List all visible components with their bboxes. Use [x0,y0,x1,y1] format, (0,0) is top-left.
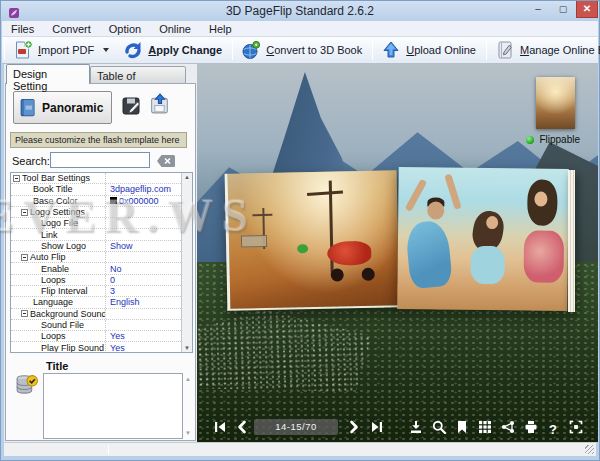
title-textarea[interactable] [43,373,183,439]
dropdown-caret-icon[interactable] [103,48,109,52]
settings-value-cell[interactable]: 0x000000 [106,196,181,206]
nav-help-icon[interactable]: ? [549,420,563,434]
figure-face-shape [427,201,444,219]
settings-value: No [110,264,122,274]
figure-arm-shape [404,179,426,212]
settings-value-cell[interactable]: Show [106,241,181,251]
collapse-box-icon[interactable] [21,209,28,216]
nav-download-icon[interactable] [409,420,423,434]
flipbook[interactable] [224,167,574,315]
window-title: 3D PageFlip Standard 2.6.2 [1,4,599,18]
settings-label: Base Color [33,196,78,206]
nav-bookmark-icon[interactable] [455,420,469,434]
settings-row-background-sound[interactable]: Background Sound [11,309,181,320]
collapse-box-icon[interactable] [13,175,20,182]
tab-table-of-contents[interactable]: Table of Contents [90,66,186,84]
status-bar-divider [108,445,109,454]
color-swatch [110,197,117,204]
figure-dress-shape [523,231,564,283]
nav-last-page-icon[interactable] [370,420,384,434]
settings-row-play-flip-sound[interactable]: Play Flip SoundYes [11,342,181,352]
textarea-scroll-up-icon[interactable]: ▲ [185,376,191,382]
search-input[interactable] [50,152,150,168]
toolbar-separator [486,40,487,60]
help-question-mark: ? [549,422,557,437]
menu-item-online[interactable]: Online [150,23,200,35]
save-edit-icon[interactable] [121,96,141,116]
toolbar-import-pdf-button[interactable]: Import PDF [7,38,117,62]
template-panoramic-button[interactable]: Panoramic [13,91,112,124]
nav-print-icon[interactable] [524,420,538,434]
book-left-page[interactable] [225,170,400,311]
settings-label: Book Title [33,184,73,194]
settings-row-auto-flip[interactable]: Auto Flip [11,252,181,263]
clear-icon[interactable] [156,154,176,168]
toolbar-manage-online-books-button[interactable]: Manage Online Books [489,38,600,62]
nav-next-page-icon[interactable] [347,420,361,434]
book-right-page[interactable] [397,167,568,311]
menu-item-files[interactable]: Files [2,23,43,35]
settings-row-tool-bar-settings[interactable]: Tool Bar Settings [11,173,181,184]
nav-share-icon[interactable] [501,420,515,434]
nav-zoom-search-icon[interactable] [432,420,446,434]
settings-value: Yes [110,331,125,341]
toolbar-upload-online-button[interactable]: Upload Online [375,38,484,62]
nav-first-page-icon[interactable] [213,420,227,434]
textarea-scroll-down-icon[interactable]: ▼ [185,430,191,436]
minimize-button[interactable]: – [529,1,547,18]
settings-label-cell: Flip Interval [11,286,106,296]
nav-prev-page-icon[interactable] [235,420,249,434]
tab-design-setting[interactable]: Design Setting [6,64,90,84]
menu-bar: FilesConvertOptionOnlineHelp [2,21,598,37]
settings-label-cell: Enable [11,263,106,273]
settings-row-loops[interactable]: Loops0 [11,275,181,286]
settings-row-show-logo[interactable]: Show LogoShow [11,241,181,252]
settings-row-logo-file[interactable]: Logo File [11,218,181,229]
toolbar-separator [372,40,373,60]
collapse-box-icon[interactable] [21,310,28,317]
scroll-up-icon[interactable]: ▲ [184,174,190,180]
menu-item-convert[interactable]: Convert [43,23,100,35]
nav-fullscreen-icon[interactable] [569,420,583,434]
settings-value-cell[interactable]: Yes [106,331,181,341]
settings-label: Sound File [41,320,84,330]
settings-value-cell[interactable]: 3 [106,286,181,296]
settings-value-cell[interactable]: No [106,264,181,274]
settings-row-sound-file[interactable]: Sound File [11,320,181,331]
settings-row-link[interactable]: Link [11,229,181,240]
save-export-icon[interactable] [148,93,172,116]
settings-row-enable[interactable]: EnableNo [11,263,181,274]
page-thumbnail[interactable] [536,77,575,129]
settings-row-flip-interval[interactable]: Flip Interval3 [11,286,181,297]
settings-label-cell: Loops [11,331,106,341]
close-button[interactable]: ✕ [576,1,598,18]
resize-grip[interactable] [585,445,594,454]
settings-scrollbar[interactable]: ▲ ▼ [181,173,192,352]
settings-row-base-color[interactable]: Base Color0x000000 [11,196,181,207]
page-indicator[interactable]: 14-15/70 [254,419,338,435]
settings-row-logo-settings[interactable]: Logo Settings [11,207,181,218]
maximize-button[interactable]: ▢ [554,1,572,18]
settings-label: Auto Flip [30,252,66,262]
settings-row-loops[interactable]: LoopsYes [11,331,181,342]
scroll-down-icon[interactable]: ▼ [184,345,190,351]
settings-row-book-title[interactable]: Book Title3dpageflip.com [11,184,181,195]
collapse-box-icon[interactable] [21,254,28,261]
menu-item-option[interactable]: Option [100,23,150,35]
settings-row-language[interactable]: LanguageEnglish [11,297,181,308]
settings-value-cell[interactable]: 3dpageflip.com [106,184,181,194]
status-label: Flippable [539,134,580,145]
toolbar-convert-to-3d-book-button[interactable]: Convert to 3D Book [235,38,370,62]
toolbar-apply-change-button[interactable]: Apply Change [117,38,230,62]
settings-value-cell[interactable]: English [106,297,181,307]
settings-value-cell[interactable]: Yes [106,343,181,352]
menu-item-help[interactable]: Help [200,23,241,35]
design-setting-panel: Panoramic Please customize the flash tem… [5,83,196,441]
search-label: Search: [12,155,50,167]
app-window: 3D PageFlip Standard 2.6.2 – ▢ ✕ FilesCo… [0,0,600,461]
telephone-pole-crossbar-shape [307,191,343,197]
page-stack-edge [568,170,575,312]
settings-value-cell[interactable]: 0 [106,275,181,285]
upload-arrow-icon [381,40,401,60]
nav-thumbnails-icon[interactable] [478,420,492,434]
